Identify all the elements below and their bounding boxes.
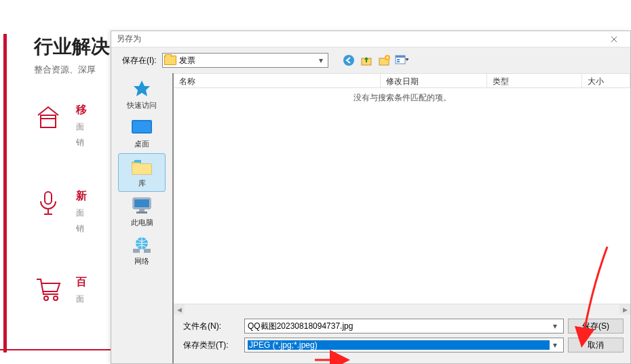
main-pane: 名称 修改日期 类型 大小 没有与搜索条件匹配的项。 ◀ ▶ 文件名(N): Q…: [172, 73, 630, 363]
col-date-header[interactable]: 修改日期: [381, 74, 487, 87]
svg-rect-19: [139, 209, 145, 211]
empty-message: 没有与搜索条件匹配的项。: [174, 92, 630, 104]
sidebar-network[interactable]: 网络: [118, 232, 166, 269]
places-sidebar: 快速访问 桌面 库 此电脑: [111, 73, 172, 363]
col-size-header[interactable]: 大小: [582, 74, 630, 87]
save-button[interactable]: 保存(S): [568, 319, 624, 333]
svg-rect-16: [134, 160, 141, 163]
dialog-title: 另存为: [117, 33, 141, 45]
sidebar-item-label: 快速访问: [127, 100, 157, 110]
cancel-button[interactable]: 取消: [568, 338, 624, 352]
chevron-down-icon: ▾: [316, 56, 326, 65]
filename-row: 文件名(N): QQ截图20230818094737.jpg ▾ 保存(S): [180, 319, 624, 333]
up-folder-icon[interactable]: [360, 54, 373, 67]
scroll-right-icon[interactable]: ▶: [619, 304, 630, 315]
svg-rect-14: [133, 121, 151, 132]
svg-rect-1: [41, 115, 56, 119]
svg-rect-12: [397, 61, 400, 62]
microphone-icon: [34, 189, 62, 218]
svg-rect-23: [144, 249, 151, 253]
folder-icon: [164, 56, 176, 65]
bg-item-title: 百: [76, 275, 87, 289]
svg-rect-18: [134, 199, 149, 207]
sidebar-desktop[interactable]: 桌面: [118, 115, 166, 152]
bg-bottom-stripe: [0, 349, 112, 350]
this-pc-icon: [130, 196, 154, 216]
bg-item-3: 百 面: [34, 275, 112, 305]
svg-rect-15: [132, 164, 151, 174]
sidebar-item-label: 库: [138, 178, 146, 188]
column-headers: 名称 修改日期 类型 大小: [174, 73, 630, 88]
bg-item-1: 移 面 销: [34, 103, 112, 148]
svg-rect-20: [136, 211, 147, 214]
filetype-value: JPEG (*.jpg;*.jpeg): [248, 340, 550, 350]
bg-item-title: 移: [76, 103, 87, 117]
cart-icon: [34, 275, 62, 304]
col-name-header[interactable]: 名称: [174, 74, 381, 87]
back-icon[interactable]: [342, 54, 356, 67]
libraries-icon: [130, 157, 154, 177]
background-page: 行业解决 整合资源、深厚 移 面 销 新 面 销 百 面: [0, 0, 112, 364]
save-in-value: 发票: [179, 55, 316, 66]
sidebar-this-pc[interactable]: 此电脑: [118, 193, 166, 230]
bottom-form: 文件名(N): QQ截图20230818094737.jpg ▾ 保存(S) 保…: [174, 315, 630, 363]
bg-item-line: 销: [76, 223, 87, 235]
svg-point-3: [44, 296, 48, 300]
bg-item-line: 面: [76, 294, 87, 305]
filename-value: QQ截图20230818094737.jpg: [248, 321, 550, 332]
titlebar[interactable]: 另存为: [111, 31, 630, 47]
filetype-dropdown[interactable]: JPEG (*.jpg;*.jpeg) ▾: [244, 338, 564, 352]
file-list[interactable]: 没有与搜索条件匹配的项。: [174, 88, 630, 304]
svg-rect-0: [41, 115, 56, 127]
svg-point-5: [343, 55, 354, 66]
bg-item-2: 新 面 销: [34, 189, 112, 235]
close-button[interactable]: [600, 33, 628, 46]
quick-access-icon: [130, 79, 154, 99]
building-icon: [34, 103, 62, 132]
bg-red-stripe: [3, 34, 7, 352]
desktop-icon: [130, 117, 154, 138]
save-as-dialog: 另存为 保存在(I): 发票 ▾: [111, 31, 631, 364]
scroll-left-icon[interactable]: ◀: [174, 304, 185, 315]
col-type-header[interactable]: 类型: [487, 74, 582, 87]
bg-title: 行业解决: [34, 34, 112, 60]
svg-point-4: [54, 296, 58, 300]
new-folder-icon[interactable]: [377, 54, 391, 67]
network-icon: [130, 235, 154, 255]
filetype-row: 保存类型(T): JPEG (*.jpg;*.jpeg) ▾ 取消: [180, 338, 624, 352]
sidebar-item-label: 网络: [134, 256, 149, 266]
filename-label: 文件名(N):: [180, 321, 240, 332]
bg-item-line: 面: [76, 121, 87, 133]
sidebar-libraries[interactable]: 库: [118, 153, 166, 192]
chevron-down-icon: ▾: [550, 321, 560, 331]
filetype-label: 保存类型(T):: [180, 340, 240, 351]
horizontal-scrollbar[interactable]: ◀ ▶: [174, 304, 630, 315]
svg-rect-11: [397, 59, 400, 60]
bg-item-line: 面: [76, 207, 87, 219]
body-area: 快速访问 桌面 库 此电脑: [111, 73, 630, 363]
svg-rect-10: [396, 56, 405, 58]
view-menu-icon[interactable]: [395, 54, 408, 67]
sidebar-item-label: 桌面: [134, 139, 149, 149]
svg-rect-22: [133, 249, 140, 253]
filename-input[interactable]: QQ截图20230818094737.jpg ▾: [244, 319, 564, 333]
save-in-row: 保存在(I): 发票 ▾: [111, 47, 630, 73]
bg-item-line: 销: [76, 137, 87, 148]
sidebar-quick-access[interactable]: 快速访问: [118, 76, 166, 113]
chevron-down-icon: ▾: [550, 340, 560, 350]
bg-item-title: 新: [76, 189, 87, 203]
save-in-combo[interactable]: 发票 ▾: [162, 53, 328, 68]
nav-icons: [342, 54, 408, 67]
sidebar-item-label: 此电脑: [131, 218, 153, 228]
bg-subtitle: 整合资源、深厚: [34, 64, 112, 76]
save-in-label: 保存在(I):: [122, 55, 157, 66]
svg-rect-2: [45, 192, 52, 204]
